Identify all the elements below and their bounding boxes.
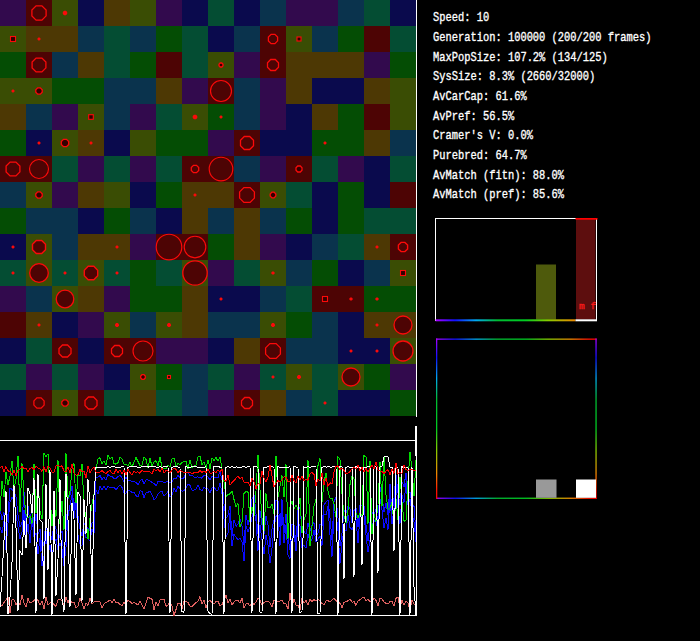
svg-text:Speed: 10: Speed: 10 (433, 10, 489, 25)
svg-text:AvCarCap: 61.6%: AvCarCap: 61.6% (433, 89, 527, 104)
svg-text:AvPref: 56.5%: AvPref: 56.5% (433, 109, 515, 124)
svg-text:Cramer's V: 0.0%: Cramer's V: 0.0% (433, 128, 534, 143)
svg-text:m f: m f (579, 301, 596, 312)
svg-text:SysSize: 8.3% (2660/32000): SysSize: 8.3% (2660/32000) (433, 69, 595, 84)
svg-text:Generation: 100000 (200/200 fr: Generation: 100000 (200/200 frames) (433, 30, 651, 45)
svg-text:Purebred: 64.7%: Purebred: 64.7% (433, 148, 527, 163)
svg-text:MaxPopSize: 107.2% (134/125): MaxPopSize: 107.2% (134/125) (433, 50, 608, 65)
svg-text:AvMatch (fitn): 88.0%: AvMatch (fitn): 88.0% (433, 168, 565, 183)
svg-text:AvMatch (pref): 85.6%: AvMatch (pref): 85.6% (433, 187, 565, 202)
